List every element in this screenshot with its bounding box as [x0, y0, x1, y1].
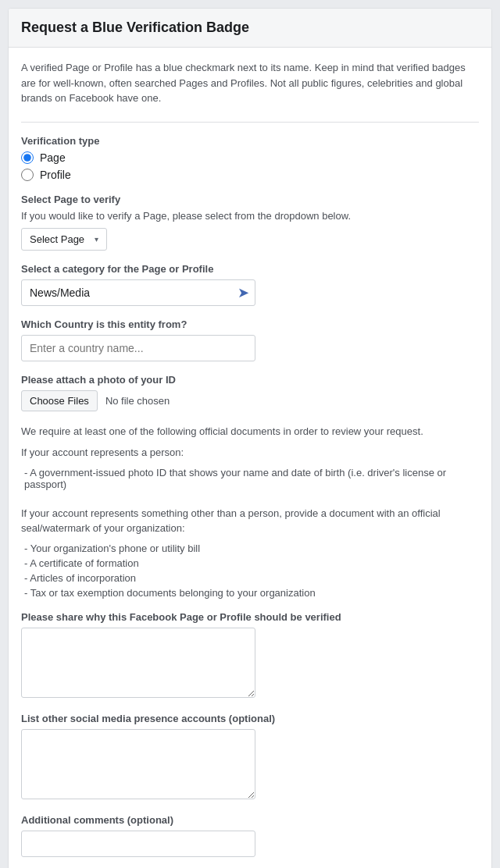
additional-comments-label: Additional comments (optional)	[21, 814, 479, 826]
category-section: Select a category for the Page or Profil…	[21, 263, 479, 306]
category-select-wrapper: News/Media Entertainment Sports Business…	[21, 279, 255, 306]
radio-profile-label[interactable]: Profile	[40, 169, 71, 181]
person-label: If your account represents a person:	[21, 445, 479, 461]
social-media-textarea[interactable]	[21, 729, 255, 799]
verification-type-label: Verification type	[21, 135, 479, 147]
other-label: If your account represents something oth…	[21, 506, 479, 536]
radio-item-page: Page	[21, 151, 479, 164]
choose-files-label: Choose Files	[30, 395, 89, 407]
photo-id-section: Please attach a photo of your ID Choose …	[21, 374, 479, 411]
card-header: Request a Blue Verification Badge	[9, 9, 491, 48]
country-section: Which Country is this entity from?	[21, 318, 479, 361]
additional-comments-section: Additional comments (optional)	[21, 814, 479, 857]
radio-profile[interactable]	[21, 169, 34, 181]
photo-id-label: Please attach a photo of your ID	[21, 374, 479, 386]
org-doc-0: - Your organization's phone or utility b…	[21, 542, 479, 554]
section-divider	[21, 122, 479, 123]
category-select[interactable]: News/Media Entertainment Sports Business…	[21, 279, 255, 306]
main-card: Request a Blue Verification Badge A veri…	[8, 8, 492, 868]
description-text: A verified Page or Profile has a blue ch…	[21, 60, 479, 106]
radio-page-label[interactable]: Page	[40, 151, 66, 164]
org-doc-2: - Articles of incorporation	[21, 572, 479, 584]
select-page-sublabel: If you would like to verify a Page, plea…	[21, 210, 479, 222]
radio-item-profile: Profile	[21, 169, 479, 181]
why-verified-textarea[interactable]	[21, 628, 255, 698]
social-media-label: List other social media presence account…	[21, 713, 479, 724]
country-label: Which Country is this entity from?	[21, 318, 479, 330]
no-file-text: No file chosen	[105, 395, 170, 407]
country-input[interactable]	[21, 335, 255, 361]
person-doc: - A government-issued photo ID that show…	[21, 467, 479, 490]
additional-comments-input[interactable]	[21, 831, 255, 857]
category-label: Select a category for the Page or Profil…	[21, 263, 479, 275]
card-body: A verified Page or Profile has a blue ch…	[9, 48, 491, 868]
verification-type-section: Verification type Page Profile	[21, 135, 479, 181]
social-media-section: List other social media presence account…	[21, 713, 479, 802]
org-doc-1: - A certificate of formation	[21, 557, 479, 569]
select-page-button-label: Select Page	[30, 233, 84, 245]
chevron-down-icon: ▾	[95, 235, 98, 244]
require-text: We require at least one of the following…	[21, 424, 479, 439]
select-page-section: Select Page to verify If you would like …	[21, 194, 479, 251]
select-page-button[interactable]: Select Page ▾	[21, 228, 107, 251]
page-title: Request a Blue Verification Badge	[21, 20, 479, 36]
radio-page[interactable]	[21, 151, 34, 164]
org-doc-3: - Tax or tax exemption documents belongi…	[21, 587, 479, 599]
select-page-label: Select Page to verify	[21, 194, 479, 205]
documents-info-section: We require at least one of the following…	[21, 424, 479, 599]
choose-files-button[interactable]: Choose Files	[21, 390, 98, 411]
file-input-area: Choose Files No file chosen	[21, 390, 479, 411]
radio-group: Page Profile	[21, 151, 479, 181]
why-verified-label: Please share why this Facebook Page or P…	[21, 611, 479, 623]
why-verified-section: Please share why this Facebook Page or P…	[21, 611, 479, 700]
